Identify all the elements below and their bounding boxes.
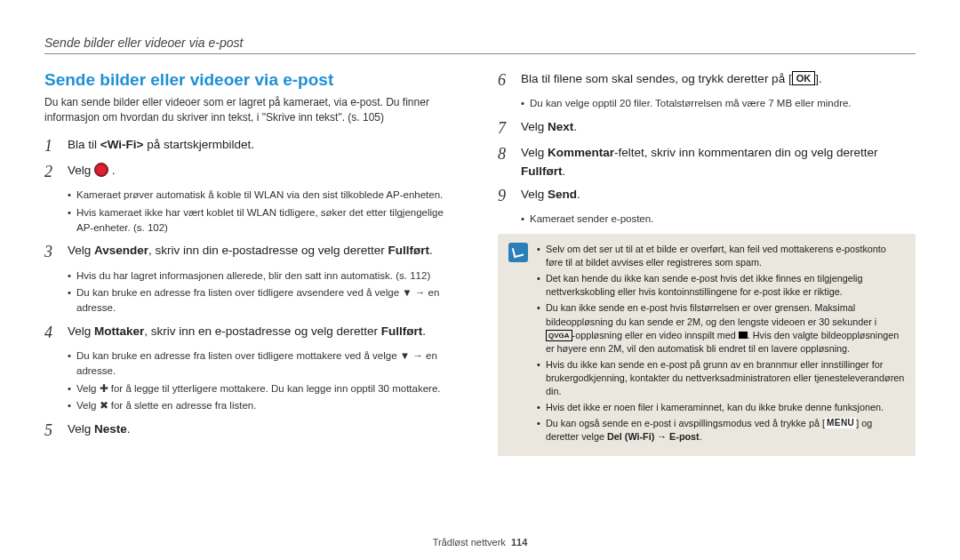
note-text: Du kan ikke sende en e-post hvis filstør… xyxy=(546,302,876,326)
sub-item: Velg ✖ for å slette en adresse fra liste… xyxy=(68,398,462,413)
step-4-notes: Du kan bruke en adresse fra listen over … xyxy=(44,348,462,413)
bold-label: Fullført xyxy=(388,244,429,257)
step-text: Velg xyxy=(68,324,94,338)
step-text: . xyxy=(127,422,131,436)
wifi-label: <Wi-Fi> xyxy=(100,138,144,151)
step-2-notes: Kameraet prøver automatisk å koble til W… xyxy=(44,188,462,235)
sub-item: Kameraet prøver automatisk å koble til W… xyxy=(68,188,462,203)
video-icon xyxy=(739,332,748,339)
step-text: Velg xyxy=(68,244,94,257)
bold-label: Next xyxy=(548,120,573,133)
step-text: , skriv inn din e-postadresse og velg de… xyxy=(148,244,388,257)
step-text: Velg xyxy=(68,164,94,177)
step-text: Velg xyxy=(68,422,94,436)
step-text: Bla til xyxy=(68,138,100,151)
sub-item: Hvis du har lagret informasjonen allered… xyxy=(68,268,462,284)
note-item: Du kan ikke sende en e-post hvis filstør… xyxy=(537,301,905,355)
bold-label: Avsender xyxy=(94,244,148,257)
step-body: Bla til <Wi-Fi> på startskjermbildet. xyxy=(68,136,254,156)
step-body: Velg Send. xyxy=(521,186,580,206)
note-item: Hvis du ikke kan sende en e-post på grun… xyxy=(537,358,905,398)
step-text: . xyxy=(429,244,433,257)
menu-button-icon: MENU xyxy=(825,418,856,428)
note-item: Du kan også sende en e-post i avspilling… xyxy=(537,417,905,444)
step-number: 9 xyxy=(498,186,512,206)
step-1: 1 Bla til <Wi-Fi> på startskjermbildet. xyxy=(44,136,462,156)
bold-label: Fullført xyxy=(521,164,563,178)
step-9-notes: Kameraet sender e-posten. xyxy=(498,212,916,227)
sub-item: Velg ✚ for å legge til ytterligere motta… xyxy=(68,381,462,396)
step-body: Velg Neste. xyxy=(68,420,131,441)
step-text: Velg xyxy=(521,120,548,133)
step-body: Velg Next. xyxy=(521,118,577,139)
step-number: 4 xyxy=(44,323,59,343)
step-text: på startskjermbildet. xyxy=(143,138,254,151)
step-2: 2 Velg . xyxy=(44,162,462,182)
header-title: Sende bilder eller videoer via e-post xyxy=(44,36,916,50)
sub-item: Du kan bruke en adresse fra listen over … xyxy=(68,285,462,315)
step-text: -feltet, skriv inn kommentaren din og ve… xyxy=(614,146,877,159)
note-item: Det kan hende du ikke kan sende e-post h… xyxy=(537,272,905,299)
bold-label: Kommentar xyxy=(548,146,614,159)
step-body: Bla til filene som skal sendes, og trykk… xyxy=(521,70,822,91)
header-rule xyxy=(44,53,916,54)
note-box: Selv om det ser ut til at et bilde er ov… xyxy=(498,234,916,456)
step-text: Velg xyxy=(521,188,548,201)
footer-label: Trådløst nettverk xyxy=(433,537,506,548)
bold-label: Fullført xyxy=(381,324,423,338)
step-number: 1 xyxy=(44,136,59,156)
step-8: 8 Velg Kommentar-feltet, skriv inn komme… xyxy=(498,144,916,180)
email-icon xyxy=(94,163,108,177)
step-number: 7 xyxy=(498,118,512,139)
note-list: Selv om det ser ut til at et bilde er ov… xyxy=(537,243,905,447)
sub-item: Du kan velge opptil 20 filer. Totalstørr… xyxy=(521,96,916,111)
note-text: . xyxy=(700,431,702,442)
bold-label: Mottaker xyxy=(94,324,144,338)
left-column: Sende bilder eller videoer via e-post Du… xyxy=(44,70,462,456)
step-text: ]. xyxy=(815,72,822,85)
note-item: Hvis det ikke er noen filer i kameraminn… xyxy=(537,401,905,414)
bold-label: Del (Wi-Fi) xyxy=(607,431,654,442)
step-text: . xyxy=(112,164,116,177)
step-body: Velg . xyxy=(68,162,116,182)
step-text: . xyxy=(573,120,577,133)
step-body: Velg Mottaker, skriv inn en e-postadress… xyxy=(68,323,426,343)
step-number: 8 xyxy=(498,144,512,180)
step-text: . xyxy=(422,324,426,338)
page-header: Sende bilder eller videoer via e-post xyxy=(44,36,916,54)
right-column: 6 Bla til filene som skal sendes, og try… xyxy=(498,70,916,456)
step-number: 6 xyxy=(498,70,512,91)
sub-item: Du kan bruke en adresse fra listen over … xyxy=(68,348,462,378)
step-text: . xyxy=(563,164,566,178)
bold-label: Send xyxy=(548,188,577,201)
step-6-notes: Du kan velge opptil 20 filer. Totalstørr… xyxy=(498,96,916,111)
intro-paragraph: Du kan sende bilder eller videoer som er… xyxy=(44,95,462,125)
step-3-notes: Hvis du har lagret informasjonen allered… xyxy=(44,268,462,316)
qvga-icon: QVGA xyxy=(546,330,572,341)
sub-item: Hvis kameraet ikke har vært koblet til W… xyxy=(68,205,462,235)
step-body: Velg Kommentar-feltet, skriv inn komment… xyxy=(521,144,916,180)
content-columns: Sende bilder eller videoer via e-post Du… xyxy=(44,70,916,456)
step-7: 7 Velg Next. xyxy=(498,118,916,139)
section-heading: Sende bilder eller videoer via e-post xyxy=(44,70,462,90)
note-item: Selv om det ser ut til at et bilde er ov… xyxy=(537,243,905,269)
step-body: Velg Avsender, skriv inn din e-postadres… xyxy=(68,242,433,262)
note-text: -oppløsning eller en video innspilt med xyxy=(572,330,739,340)
note-text: Du kan også sende en e-post i avspilling… xyxy=(546,418,825,428)
note-icon xyxy=(508,243,528,262)
step-6: 6 Bla til filene som skal sendes, og try… xyxy=(498,70,916,91)
step-number: 5 xyxy=(44,420,59,441)
bold-label: Neste xyxy=(94,422,127,436)
sub-item: Kameraet sender e-posten. xyxy=(521,212,916,227)
step-text: . xyxy=(577,188,580,201)
page-number: 114 xyxy=(511,537,527,548)
page-footer: Trådløst nettverk 114 xyxy=(0,537,960,548)
step-4: 4 Velg Mottaker, skriv inn en e-postadre… xyxy=(44,323,462,343)
step-text: Bla til filene som skal sendes, og trykk… xyxy=(521,72,792,85)
step-9: 9 Velg Send. xyxy=(498,186,916,206)
step-text: Velg xyxy=(521,146,548,159)
note-text: → xyxy=(654,431,669,442)
ok-button-icon: OK xyxy=(792,71,816,85)
step-5: 5 Velg Neste. xyxy=(44,420,462,441)
bold-label: E-post xyxy=(669,431,700,442)
